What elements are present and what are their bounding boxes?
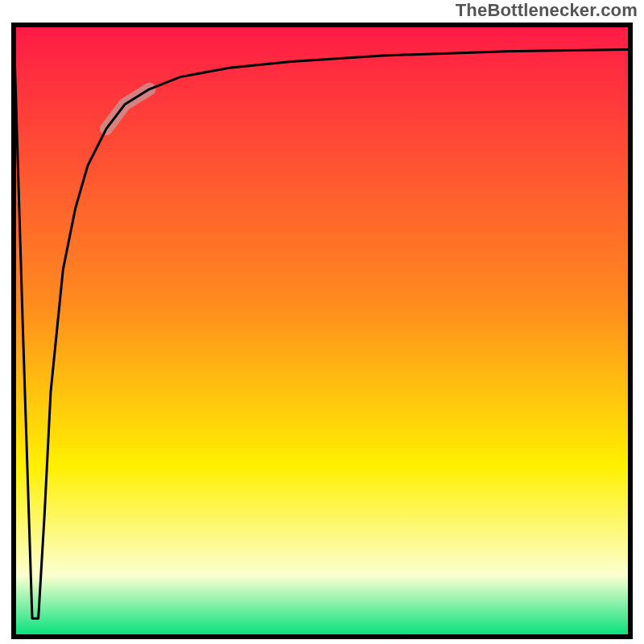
watermark-credit: TheBottlenecker.com [456,0,638,21]
bottleneck-chart [11,23,633,639]
chart-plot-area [11,23,633,639]
chart-background-gradient [14,25,630,637]
